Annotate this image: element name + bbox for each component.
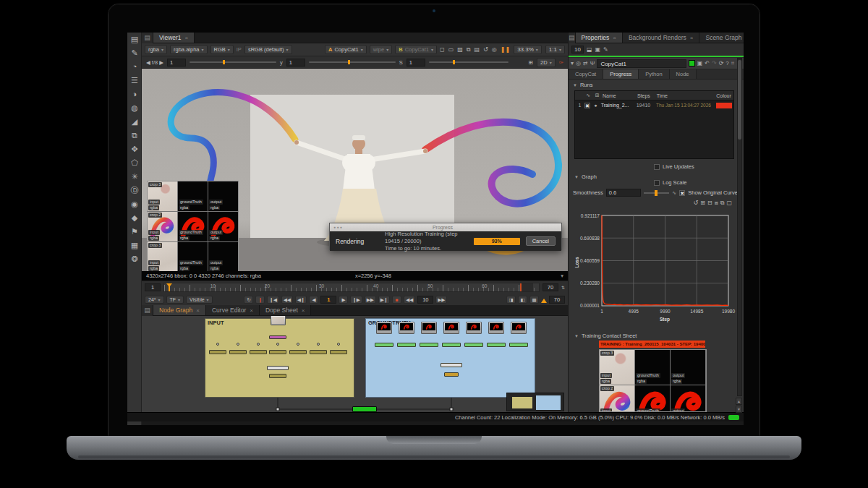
loop-icon[interactable]: ↻ xyxy=(244,296,253,304)
crop-node[interactable] xyxy=(269,350,286,354)
crop-node[interactable] xyxy=(269,374,286,378)
read-node[interactable] xyxy=(511,322,527,334)
guides-icon[interactable]: ▤ xyxy=(475,46,480,53)
air-icon[interactable]: ❂ xyxy=(127,252,142,266)
pause-icon[interactable]: ❚❚ xyxy=(501,46,510,53)
playback-mode-icon[interactable]: ◨ xyxy=(506,296,516,304)
close-icon[interactable]: × xyxy=(185,35,189,41)
run-colour-swatch[interactable] xyxy=(716,103,732,108)
graph-column-icon[interactable]: ∿ xyxy=(584,93,592,98)
first-frame-button[interactable]: ❙◀ xyxy=(267,296,278,304)
crop-node-green[interactable] xyxy=(442,343,461,347)
zoom-select[interactable]: 33.3%▾ xyxy=(514,45,542,54)
run-dot-icon[interactable]: ● xyxy=(592,103,600,108)
channel-select[interactable]: rgba▾ xyxy=(145,45,167,54)
close-icon[interactable]: × xyxy=(302,307,305,314)
node-name-field[interactable]: CopyCat1 xyxy=(597,59,686,68)
scroll-down-button[interactable]: ▼ xyxy=(736,406,742,413)
play-button[interactable]: ▶ xyxy=(339,296,348,304)
read-node[interactable] xyxy=(488,322,504,334)
tab-python[interactable]: Python xyxy=(639,69,669,79)
refresh-icon[interactable]: ↺ xyxy=(483,46,488,53)
redo-icon[interactable]: ↷ xyxy=(712,60,717,67)
colorspace-select[interactable]: sRGB (default)▾ xyxy=(244,45,292,54)
properties-scrollbar[interactable] xyxy=(737,58,742,396)
other-icon[interactable]: ▦ xyxy=(127,239,142,252)
zoom-out-icon[interactable]: ⊟ xyxy=(707,200,712,207)
branch-icon[interactable]: Ψ xyxy=(590,60,595,67)
copycat-node[interactable] xyxy=(352,406,377,412)
contact-sheet-section-header[interactable]: ▼ Training Contact Sheet xyxy=(570,330,641,340)
tab-progress[interactable]: Progress xyxy=(603,69,639,79)
metadata-icon[interactable]: ◆ xyxy=(127,211,142,225)
time-icon[interactable]: ◔ xyxy=(127,60,142,74)
edit-icon[interactable]: ✎ xyxy=(603,46,608,53)
merge-icon[interactable]: ⧉ xyxy=(127,129,142,142)
overlay-icon[interactable]: ⧉ xyxy=(467,46,471,53)
play-backward-button[interactable]: ◀ xyxy=(309,296,318,304)
skip-forward-button[interactable]: ▶▶ xyxy=(435,296,447,304)
grid-column-icon[interactable]: ⊞ xyxy=(593,93,601,98)
crop-node[interactable] xyxy=(250,350,267,354)
crop-node-green[interactable] xyxy=(375,343,393,347)
smoothness-slider[interactable] xyxy=(644,192,670,194)
input-b-select[interactable]: BCopyCat1▾ xyxy=(395,45,437,54)
image-icon[interactable]: ▤ xyxy=(127,33,142,46)
frame-ruler[interactable]: 10 20 30 40 50 60 xyxy=(163,283,540,292)
read-node[interactable] xyxy=(421,322,437,334)
pane-menu-icon[interactable]: ▤ xyxy=(142,305,153,316)
crop-node[interactable] xyxy=(289,350,307,354)
close-icon[interactable]: × xyxy=(690,35,694,41)
dot-node[interactable] xyxy=(317,343,320,346)
runs-section-header[interactable]: ▼ Runs xyxy=(569,80,744,89)
tab-viewer1[interactable]: Viewer1 × xyxy=(153,33,195,43)
fullscreen-icon[interactable]: ◻ xyxy=(440,46,445,53)
run-row[interactable]: 1 ✖ ● Training_2... 19410 Thu Jan 15 13:… xyxy=(575,100,733,110)
max-panels-field[interactable]: 10 xyxy=(571,46,584,53)
gamma-field[interactable]: 1 xyxy=(286,59,305,67)
gain-slider[interactable] xyxy=(190,61,276,63)
center-icon[interactable]: ◎ xyxy=(576,60,581,67)
dot-node[interactable] xyxy=(216,343,219,346)
close-icon[interactable]: × xyxy=(613,35,616,41)
prev-keyframe-button[interactable]: ◀◀ xyxy=(281,296,293,304)
range-start-field[interactable]: 1 xyxy=(145,283,161,291)
gold-node[interactable] xyxy=(444,372,459,377)
fps-select[interactable]: 24*▾ xyxy=(145,296,164,304)
tab-properties[interactable]: Properties× xyxy=(576,33,623,43)
display-select[interactable]: RGB▾ xyxy=(210,45,234,54)
toolsets-icon[interactable]: ⚑ xyxy=(127,225,142,239)
crop-node[interactable] xyxy=(310,350,327,354)
loss-chart[interactable]: 0.921117 0.690838 0.460559 0.230280 0.00… xyxy=(573,208,740,327)
brush-icon[interactable]: ✑ xyxy=(559,59,563,66)
visible-select[interactable]: Visible▾ xyxy=(186,296,213,304)
tab-node-graph[interactable]: Node Graph× xyxy=(153,305,206,315)
sat-field[interactable]: 1 xyxy=(407,59,425,67)
crop-node-green[interactable] xyxy=(420,343,438,347)
tab-background-renders[interactable]: Background Renders× xyxy=(623,33,700,43)
revert-icon[interactable]: ⟳ xyxy=(719,60,724,67)
read-node[interactable] xyxy=(376,322,392,334)
float-icon[interactable]: ▣ xyxy=(697,60,703,67)
appendclip-node[interactable] xyxy=(267,366,289,370)
draw-icon[interactable]: ✎ xyxy=(127,46,142,60)
scrollbar-thumb[interactable] xyxy=(738,60,741,140)
crop-node-green[interactable] xyxy=(397,343,416,347)
range-end-marker[interactable] xyxy=(520,283,533,292)
dot-node[interactable] xyxy=(237,343,239,346)
appendclip-node[interactable] xyxy=(441,363,462,367)
window-lights-icon[interactable]: ● ● ● xyxy=(333,226,342,229)
transform-icon[interactable]: ✥ xyxy=(127,142,142,156)
backdrop-input[interactable]: INPUT xyxy=(205,318,354,398)
region-icon[interactable]: ▭ xyxy=(448,46,454,53)
deep-icon[interactable]: Ⓓ xyxy=(127,184,142,197)
close-icon[interactable]: × xyxy=(196,307,200,314)
dot-node[interactable] xyxy=(297,343,299,346)
tab-dope-sheet[interactable]: Dope Sheet× xyxy=(260,305,312,315)
close-icon[interactable]: × xyxy=(250,307,253,314)
wipe-select[interactable]: wipe▾ xyxy=(370,45,392,54)
zoom-in-icon[interactable]: ⊞ xyxy=(700,200,705,207)
view-mode-select[interactable]: 2D▾ xyxy=(537,58,556,67)
fullsize-icon[interactable]: ◧ xyxy=(518,296,527,304)
tab-curve-editor[interactable]: Curve Editor× xyxy=(206,305,260,315)
